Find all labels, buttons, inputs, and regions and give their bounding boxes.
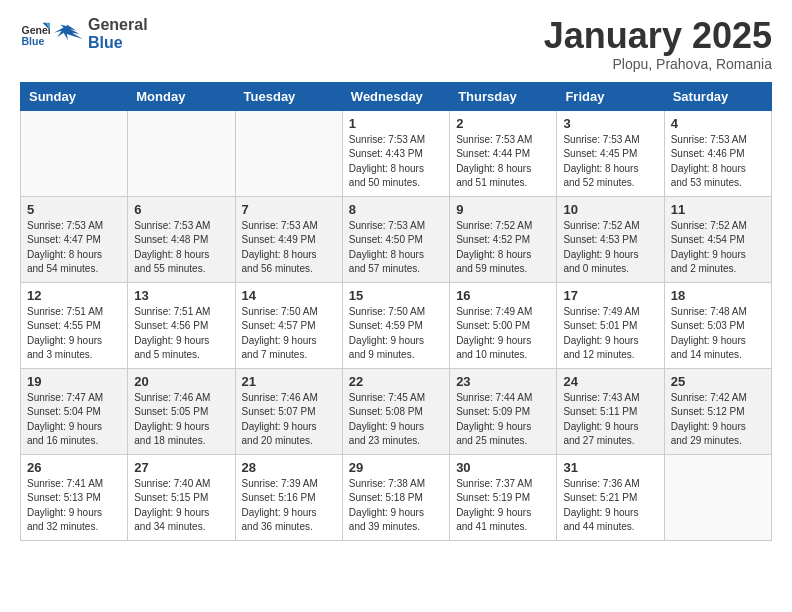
calendar-table: SundayMondayTuesdayWednesdayThursdayFrid… <box>20 82 772 541</box>
day-info: Sunrise: 7:52 AM Sunset: 4:52 PM Dayligh… <box>456 219 550 277</box>
day-info: Sunrise: 7:38 AM Sunset: 5:18 PM Dayligh… <box>349 477 443 535</box>
day-number: 18 <box>671 288 765 303</box>
day-number: 24 <box>563 374 657 389</box>
day-info: Sunrise: 7:46 AM Sunset: 5:05 PM Dayligh… <box>134 391 228 449</box>
location-subtitle: Plopu, Prahova, Romania <box>544 56 772 72</box>
calendar-day-cell: 4Sunrise: 7:53 AM Sunset: 4:46 PM Daylig… <box>664 110 771 196</box>
calendar-week-row: 26Sunrise: 7:41 AM Sunset: 5:13 PM Dayli… <box>21 454 772 540</box>
calendar-header-row: SundayMondayTuesdayWednesdayThursdayFrid… <box>21 82 772 110</box>
day-info: Sunrise: 7:53 AM Sunset: 4:50 PM Dayligh… <box>349 219 443 277</box>
day-number: 30 <box>456 460 550 475</box>
day-info: Sunrise: 7:53 AM Sunset: 4:45 PM Dayligh… <box>563 133 657 191</box>
calendar-day-cell: 16Sunrise: 7:49 AM Sunset: 5:00 PM Dayli… <box>450 282 557 368</box>
svg-marker-4 <box>54 24 83 40</box>
day-info: Sunrise: 7:48 AM Sunset: 5:03 PM Dayligh… <box>671 305 765 363</box>
day-info: Sunrise: 7:53 AM Sunset: 4:48 PM Dayligh… <box>134 219 228 277</box>
day-number: 10 <box>563 202 657 217</box>
calendar-day-cell: 11Sunrise: 7:52 AM Sunset: 4:54 PM Dayli… <box>664 196 771 282</box>
calendar-week-row: 5Sunrise: 7:53 AM Sunset: 4:47 PM Daylig… <box>21 196 772 282</box>
calendar-day-cell: 30Sunrise: 7:37 AM Sunset: 5:19 PM Dayli… <box>450 454 557 540</box>
day-number: 15 <box>349 288 443 303</box>
calendar-day-cell: 17Sunrise: 7:49 AM Sunset: 5:01 PM Dayli… <box>557 282 664 368</box>
day-number: 29 <box>349 460 443 475</box>
calendar-day-cell: 9Sunrise: 7:52 AM Sunset: 4:52 PM Daylig… <box>450 196 557 282</box>
day-info: Sunrise: 7:40 AM Sunset: 5:15 PM Dayligh… <box>134 477 228 535</box>
day-number: 2 <box>456 116 550 131</box>
day-info: Sunrise: 7:46 AM Sunset: 5:07 PM Dayligh… <box>242 391 336 449</box>
calendar-day-cell <box>21 110 128 196</box>
calendar-day-cell: 21Sunrise: 7:46 AM Sunset: 5:07 PM Dayli… <box>235 368 342 454</box>
calendar-week-row: 19Sunrise: 7:47 AM Sunset: 5:04 PM Dayli… <box>21 368 772 454</box>
calendar-day-cell: 12Sunrise: 7:51 AM Sunset: 4:55 PM Dayli… <box>21 282 128 368</box>
calendar-week-row: 1Sunrise: 7:53 AM Sunset: 4:43 PM Daylig… <box>21 110 772 196</box>
day-number: 1 <box>349 116 443 131</box>
day-info: Sunrise: 7:53 AM Sunset: 4:49 PM Dayligh… <box>242 219 336 277</box>
day-number: 7 <box>242 202 336 217</box>
calendar-day-cell: 2Sunrise: 7:53 AM Sunset: 4:44 PM Daylig… <box>450 110 557 196</box>
day-info: Sunrise: 7:36 AM Sunset: 5:21 PM Dayligh… <box>563 477 657 535</box>
calendar-day-cell: 27Sunrise: 7:40 AM Sunset: 5:15 PM Dayli… <box>128 454 235 540</box>
calendar-day-cell: 25Sunrise: 7:42 AM Sunset: 5:12 PM Dayli… <box>664 368 771 454</box>
day-number: 5 <box>27 202 121 217</box>
day-number: 21 <box>242 374 336 389</box>
day-info: Sunrise: 7:49 AM Sunset: 5:00 PM Dayligh… <box>456 305 550 363</box>
logo-icon: General Blue <box>20 19 50 49</box>
logo-text-blue: Blue <box>88 34 123 51</box>
day-info: Sunrise: 7:45 AM Sunset: 5:08 PM Dayligh… <box>349 391 443 449</box>
calendar-day-cell: 29Sunrise: 7:38 AM Sunset: 5:18 PM Dayli… <box>342 454 449 540</box>
header-saturday: Saturday <box>664 82 771 110</box>
logo-text-general: General <box>88 16 148 33</box>
day-info: Sunrise: 7:47 AM Sunset: 5:04 PM Dayligh… <box>27 391 121 449</box>
calendar-day-cell: 14Sunrise: 7:50 AM Sunset: 4:57 PM Dayli… <box>235 282 342 368</box>
calendar-day-cell: 15Sunrise: 7:50 AM Sunset: 4:59 PM Dayli… <box>342 282 449 368</box>
calendar-day-cell: 3Sunrise: 7:53 AM Sunset: 4:45 PM Daylig… <box>557 110 664 196</box>
day-number: 12 <box>27 288 121 303</box>
calendar-day-cell: 8Sunrise: 7:53 AM Sunset: 4:50 PM Daylig… <box>342 196 449 282</box>
calendar-day-cell: 1Sunrise: 7:53 AM Sunset: 4:43 PM Daylig… <box>342 110 449 196</box>
calendar-day-cell: 23Sunrise: 7:44 AM Sunset: 5:09 PM Dayli… <box>450 368 557 454</box>
day-number: 28 <box>242 460 336 475</box>
day-info: Sunrise: 7:53 AM Sunset: 4:47 PM Dayligh… <box>27 219 121 277</box>
calendar-day-cell: 10Sunrise: 7:52 AM Sunset: 4:53 PM Dayli… <box>557 196 664 282</box>
day-info: Sunrise: 7:41 AM Sunset: 5:13 PM Dayligh… <box>27 477 121 535</box>
calendar-week-row: 12Sunrise: 7:51 AM Sunset: 4:55 PM Dayli… <box>21 282 772 368</box>
day-info: Sunrise: 7:51 AM Sunset: 4:56 PM Dayligh… <box>134 305 228 363</box>
day-number: 19 <box>27 374 121 389</box>
svg-text:Blue: Blue <box>22 35 45 47</box>
calendar-day-cell: 26Sunrise: 7:41 AM Sunset: 5:13 PM Dayli… <box>21 454 128 540</box>
logo-bird-icon <box>54 18 86 50</box>
day-number: 4 <box>671 116 765 131</box>
day-info: Sunrise: 7:43 AM Sunset: 5:11 PM Dayligh… <box>563 391 657 449</box>
month-title: January 2025 <box>544 16 772 56</box>
calendar-day-cell: 5Sunrise: 7:53 AM Sunset: 4:47 PM Daylig… <box>21 196 128 282</box>
calendar-day-cell: 31Sunrise: 7:36 AM Sunset: 5:21 PM Dayli… <box>557 454 664 540</box>
day-number: 25 <box>671 374 765 389</box>
day-info: Sunrise: 7:50 AM Sunset: 4:59 PM Dayligh… <box>349 305 443 363</box>
day-info: Sunrise: 7:53 AM Sunset: 4:44 PM Dayligh… <box>456 133 550 191</box>
day-number: 11 <box>671 202 765 217</box>
day-number: 17 <box>563 288 657 303</box>
day-number: 23 <box>456 374 550 389</box>
day-number: 16 <box>456 288 550 303</box>
header-thursday: Thursday <box>450 82 557 110</box>
calendar-day-cell: 13Sunrise: 7:51 AM Sunset: 4:56 PM Dayli… <box>128 282 235 368</box>
logo: General Blue General Blue <box>20 16 148 52</box>
day-info: Sunrise: 7:52 AM Sunset: 4:54 PM Dayligh… <box>671 219 765 277</box>
calendar-day-cell: 28Sunrise: 7:39 AM Sunset: 5:16 PM Dayli… <box>235 454 342 540</box>
day-info: Sunrise: 7:50 AM Sunset: 4:57 PM Dayligh… <box>242 305 336 363</box>
day-info: Sunrise: 7:53 AM Sunset: 4:43 PM Dayligh… <box>349 133 443 191</box>
calendar-day-cell: 18Sunrise: 7:48 AM Sunset: 5:03 PM Dayli… <box>664 282 771 368</box>
day-number: 26 <box>27 460 121 475</box>
calendar-day-cell: 19Sunrise: 7:47 AM Sunset: 5:04 PM Dayli… <box>21 368 128 454</box>
day-number: 22 <box>349 374 443 389</box>
day-number: 8 <box>349 202 443 217</box>
calendar-day-cell: 20Sunrise: 7:46 AM Sunset: 5:05 PM Dayli… <box>128 368 235 454</box>
day-number: 31 <box>563 460 657 475</box>
day-info: Sunrise: 7:37 AM Sunset: 5:19 PM Dayligh… <box>456 477 550 535</box>
day-number: 3 <box>563 116 657 131</box>
title-section: January 2025 Plopu, Prahova, Romania <box>544 16 772 72</box>
header-friday: Friday <box>557 82 664 110</box>
calendar-day-cell <box>128 110 235 196</box>
day-number: 9 <box>456 202 550 217</box>
page-header: General Blue General Blue January 2025 P… <box>20 16 772 72</box>
